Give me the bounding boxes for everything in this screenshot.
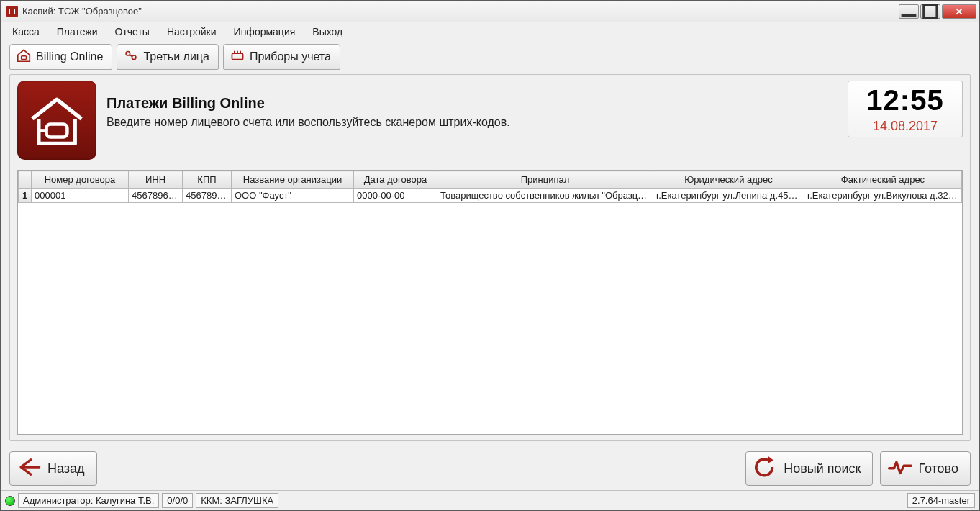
- col-org-name[interactable]: Название организации: [232, 171, 354, 189]
- menu-exit[interactable]: Выход: [304, 24, 351, 39]
- table-header-row: Номер договора ИНН КПП Название организа…: [19, 171, 962, 189]
- col-contract-date[interactable]: Дата договора: [354, 171, 437, 189]
- clock-panel: 12:55 14.08.2017: [848, 81, 963, 137]
- corner-cell: [19, 171, 32, 189]
- close-button[interactable]: [942, 4, 976, 19]
- house-plug-icon: [16, 48, 32, 66]
- svg-rect-0: [924, 4, 937, 17]
- cell-contract-date: 0000-00-00: [354, 189, 437, 203]
- action-bar: Назад Новый поиск Готово: [1, 444, 979, 490]
- status-counters: 0/0/0: [162, 493, 193, 508]
- titlebar: Каспий: ТСЖ "Образцовое": [1, 1, 979, 22]
- col-contract-number[interactable]: Номер договора: [32, 171, 129, 189]
- row-number: 1: [19, 189, 32, 203]
- menu-reports[interactable]: Отчеты: [106, 24, 158, 39]
- clock-time: 12:55: [854, 86, 956, 114]
- page-title: Платежи Billing Online: [106, 95, 840, 112]
- back-button[interactable]: Назад: [9, 451, 97, 486]
- button-label: Готово: [918, 461, 958, 476]
- tabbar: Billing Online Третьи лица Приборы учета: [1, 41, 979, 70]
- cell-kpp: 456789666: [183, 189, 232, 203]
- new-search-button[interactable]: Новый поиск: [745, 451, 873, 486]
- cell-actual-address: г.Екатеринбург ул.Викулова д.321/1 оф.11: [804, 189, 962, 203]
- menu-kassa[interactable]: Касса: [4, 24, 48, 39]
- done-button[interactable]: Готово: [880, 451, 971, 486]
- app-window: Каспий: ТСЖ "Образцовое" Касса Платежи О…: [0, 0, 980, 511]
- main-panel: Платежи Billing Online Введите номер лиц…: [9, 74, 971, 441]
- menu-info[interactable]: Информация: [225, 24, 304, 39]
- people-link-icon: [123, 48, 139, 66]
- col-actual-address[interactable]: Фактический адрес: [804, 171, 962, 189]
- app-icon: [6, 6, 18, 17]
- page-subtitle: Введите номер лицевого счета или восполь…: [106, 116, 840, 129]
- button-label: Новый поиск: [784, 461, 861, 476]
- table-row[interactable]: 1 000001 4567896666 456789666 ООО "Фауст…: [19, 189, 962, 203]
- contracts-table-wrap[interactable]: Номер договора ИНН КПП Название организа…: [17, 170, 963, 435]
- svg-rect-1: [22, 56, 27, 60]
- col-principal[interactable]: Принципал: [437, 171, 653, 189]
- svg-rect-4: [232, 53, 242, 59]
- window-controls: [899, 4, 976, 19]
- maximize-button[interactable]: [920, 4, 940, 19]
- header-row: Платежи Billing Online Введите номер лиц…: [17, 81, 963, 160]
- billing-logo-icon: [17, 81, 96, 160]
- cell-legal-address: г.Екатеринбург ул.Ленина д.456 кв.1: [653, 189, 804, 203]
- menu-payments[interactable]: Платежи: [48, 24, 106, 39]
- col-inn[interactable]: ИНН: [129, 171, 183, 189]
- refresh-icon: [753, 456, 778, 481]
- tab-label: Billing Online: [36, 50, 103, 63]
- cell-principal: Товарищество собственников жилья "Образц…: [437, 189, 653, 203]
- check-pulse-icon: [888, 456, 912, 481]
- tab-label: Третьи лица: [143, 50, 209, 63]
- minimize-button[interactable]: [899, 4, 919, 19]
- tab-third-parties[interactable]: Третьи лица: [117, 44, 219, 70]
- window-title: Каспий: ТСЖ "Образцовое": [22, 6, 899, 17]
- cell-org-name: ООО "Фауст": [232, 189, 354, 203]
- clock-date: 14.08.2017: [854, 119, 956, 134]
- col-kpp[interactable]: КПП: [183, 171, 232, 189]
- svg-point-2: [127, 52, 131, 56]
- meter-icon: [230, 48, 245, 66]
- svg-rect-5: [47, 124, 68, 137]
- status-kkm: ККМ: ЗАГЛУШКА: [196, 493, 278, 508]
- button-label: Назад: [47, 461, 85, 476]
- status-version: 2.7.64-master: [907, 493, 975, 508]
- tab-billing-online[interactable]: Billing Online: [9, 44, 112, 70]
- cell-contract-number: 000001: [32, 189, 129, 203]
- cell-inn: 4567896666: [129, 189, 183, 203]
- status-led-icon: [5, 496, 15, 506]
- col-legal-address[interactable]: Юридический адрес: [653, 171, 804, 189]
- menu-settings[interactable]: Настройки: [158, 24, 225, 39]
- statusbar: Администратор: Калугина Т.В. 0/0/0 ККМ: …: [1, 490, 979, 510]
- arrow-left-icon: [17, 456, 42, 481]
- header-texts: Платежи Billing Online Введите номер лиц…: [96, 81, 848, 129]
- contracts-table: Номер договора ИНН КПП Название организа…: [18, 171, 962, 203]
- tab-label: Приборы учета: [250, 50, 331, 63]
- status-admin: Администратор: Калугина Т.В.: [18, 493, 159, 508]
- tab-meters[interactable]: Приборы учета: [223, 44, 340, 70]
- menubar: Касса Платежи Отчеты Настройки Информаци…: [1, 22, 979, 41]
